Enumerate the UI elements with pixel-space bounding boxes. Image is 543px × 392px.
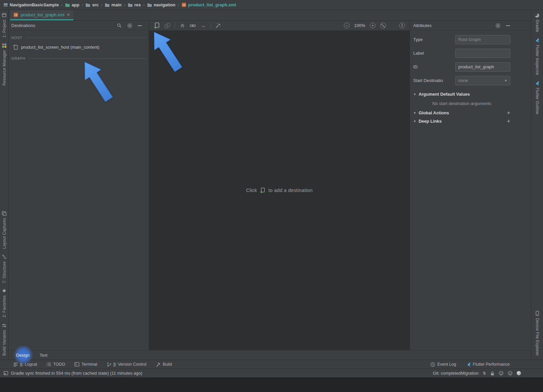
terminal-icon (74, 362, 79, 367)
toolwindow-event-log[interactable]: Event Log (430, 362, 456, 367)
breadcrumb-res[interactable]: res (128, 2, 141, 7)
breadcrumb-src[interactable]: src (85, 2, 99, 7)
breadcrumb-separator: › (81, 2, 83, 7)
toolwindow-build[interactable]: Build (156, 362, 172, 367)
breadcrumb-navigation[interactable]: navigation (147, 2, 175, 7)
home-icon[interactable] (180, 23, 185, 28)
tool-button-build-variants[interactable]: Build Variants (2, 323, 7, 356)
start-destination-dropdown[interactable]: none ▼ (455, 76, 510, 85)
toolbar-row: Destinations (9, 21, 531, 31)
breadcrumb-app[interactable]: app (65, 2, 79, 7)
flutter-icon (535, 81, 540, 86)
nav-file-icon (181, 2, 186, 7)
editor-tab[interactable]: product_list_graph.xml × (10, 10, 73, 20)
feedback-smiley-icon[interactable] (508, 371, 513, 376)
gear-icon[interactable] (127, 23, 132, 28)
host-section-header: HOST (9, 33, 149, 42)
global-actions-section[interactable]: ▼ Global Actions + (413, 109, 510, 117)
project-icon (3, 3, 8, 7)
deep-links-section[interactable]: ▼ Deep Links + (413, 117, 510, 125)
tool-button-layout-captures[interactable]: Layout Captures (2, 211, 7, 249)
zoom-fit-icon[interactable] (380, 23, 386, 28)
logcat-icon (13, 362, 18, 367)
zoom-out-icon[interactable]: − (344, 23, 350, 28)
folder-icon (85, 3, 90, 7)
zoom-level: 100% (354, 23, 365, 28)
tool-window-bar: 6: Logcat TODO Terminal 9: Version Contr… (0, 360, 543, 369)
minimize-icon[interactable] (506, 25, 510, 26)
label-field-row: Label (413, 46, 510, 60)
label-label: Label (413, 51, 455, 56)
git-branch-widget[interactable]: Git: completedMigration (433, 371, 479, 376)
tool-button-structure[interactable]: 7: Structure (2, 254, 7, 283)
notification-indicator[interactable] (517, 371, 521, 375)
tab-close-icon[interactable]: × (67, 12, 70, 17)
design-canvas[interactable]: Click to add a destination (149, 31, 410, 350)
tool-button-flutter-inspector[interactable]: Flutter Inspector (535, 38, 540, 75)
type-input[interactable]: Root Graph (455, 35, 510, 44)
action-arrow-icon[interactable]: → (200, 23, 206, 28)
deep-link-icon[interactable] (190, 24, 196, 28)
start-destination-field-row: Start Destinatio none ▼ (413, 74, 510, 87)
destinations-header: Destinations (9, 21, 149, 30)
gradle-icon (535, 13, 540, 18)
tool-button-resource-manager[interactable]: Resource Manager (2, 43, 7, 86)
feedback-smiley-icon[interactable] (499, 371, 504, 376)
todo-icon (46, 362, 51, 367)
minimize-icon[interactable] (138, 25, 142, 26)
chevron-down-icon: ▼ (504, 79, 507, 82)
nav-host-icon (13, 44, 18, 50)
add-deep-link-button[interactable]: + (507, 118, 510, 124)
toolwindow-flutter-performance[interactable]: Flutter Performance (466, 362, 510, 367)
flutter-icon (535, 38, 540, 43)
folder-icon (147, 3, 152, 7)
hammer-icon (156, 362, 161, 367)
tab-design[interactable]: Design (16, 353, 29, 358)
issues-icon[interactable]: ! (399, 23, 405, 28)
zoom-in-icon[interactable]: + (370, 23, 376, 28)
toolwindow-logcat[interactable]: 6: Logcat (13, 362, 37, 367)
tool-button-favorites[interactable]: 2: Favorites (2, 288, 7, 317)
label-input[interactable] (455, 49, 510, 58)
folder-icon (128, 3, 133, 7)
breadcrumb-separator: › (123, 2, 125, 7)
toolwindow-todo[interactable]: TODO (46, 362, 65, 367)
id-input[interactable]: product_list_graph (455, 62, 510, 72)
attributes-title: Attributes (413, 23, 432, 28)
add-destination-button[interactable] (154, 22, 160, 29)
flutter-icon (466, 362, 471, 367)
auto-arrange-icon[interactable] (215, 23, 221, 28)
git-update-icon[interactable]: ⇅ (483, 371, 486, 376)
destinations-title: Destinations (11, 23, 35, 28)
nav-file-icon (13, 12, 18, 17)
toolwindow-version-control[interactable]: 9: Version Control (107, 362, 146, 367)
tool-button-flutter-outline[interactable]: Flutter Outline (535, 81, 540, 114)
android-studio-window: NavigationBasicSample › app › src › main… (0, 0, 543, 392)
nested-graph-button[interactable] (164, 23, 170, 28)
add-global-action-button[interactable]: + (507, 110, 510, 116)
breadcrumb-project[interactable]: NavigationBasicSample (3, 2, 59, 7)
argument-default-values-section[interactable]: ▼ Argument Default Values (413, 90, 510, 98)
right-tool-stripe: Gradle Flutter Inspector Flutter Outline (531, 10, 543, 360)
tool-button-device-file-explorer[interactable]: Device File Explorer (535, 311, 540, 356)
tab-text[interactable]: Text (39, 353, 47, 358)
breadcrumb-main[interactable]: main (105, 2, 121, 7)
id-field-row: ID product_list_graph (413, 60, 510, 74)
search-icon[interactable] (117, 23, 122, 28)
breadcrumb: NavigationBasicSample › app › src › main… (0, 0, 543, 10)
window-icon[interactable] (3, 371, 8, 376)
host-destination-label: product_list_screen_host (main_content) (21, 45, 99, 50)
tool-button-gradle[interactable]: Gradle (535, 13, 540, 32)
type-field-row: Type Root Graph (413, 33, 510, 46)
device-icon (535, 311, 540, 316)
gear-icon[interactable] (495, 23, 501, 28)
breadcrumb-file[interactable]: product_list_graph.xml (181, 2, 236, 7)
no-arguments-text: No start destination arguments (413, 101, 510, 106)
status-message: Gradle sync finished in 554 ms (from cac… (11, 371, 142, 376)
tool-button-project[interactable]: 1: Project (2, 13, 7, 38)
toolwindow-terminal[interactable]: Terminal (74, 362, 97, 367)
structure-icon (2, 254, 7, 259)
add-destination-icon (260, 187, 265, 193)
lock-icon[interactable] (490, 371, 495, 376)
host-destination-item[interactable]: product_list_screen_host (main_content) (9, 42, 149, 52)
